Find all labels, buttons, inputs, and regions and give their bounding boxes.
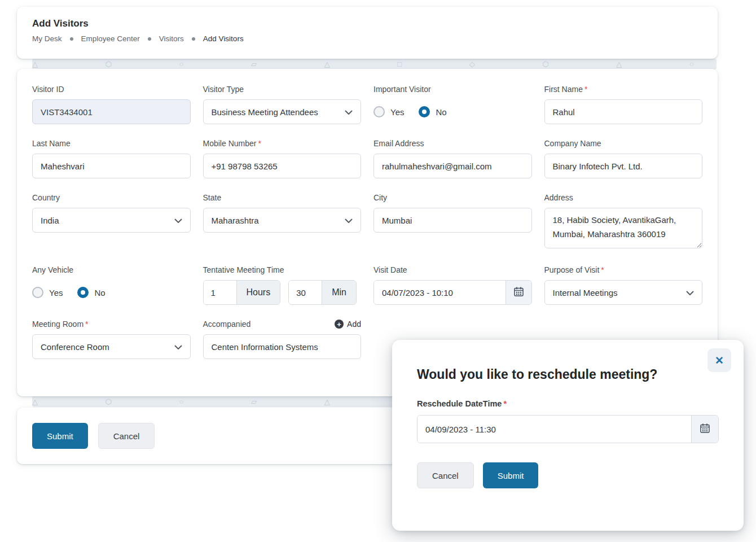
close-icon: ✕ [715,355,724,366]
breadcrumb-employee-center[interactable]: Employee Center [81,34,140,43]
visitor-type-select[interactable]: Business Meeting Attendees [203,99,362,124]
calendar-icon [700,423,710,435]
city-label: City [373,193,532,202]
address-textarea[interactable]: 18, Habib Society, AvantikaGarh, Mumbai,… [544,208,703,248]
country-select[interactable]: India [32,208,191,233]
visit-date-group [373,280,532,305]
chevron-down-icon [174,342,182,352]
required-asterisk: * [503,399,507,408]
email-address-field: Email Address [373,139,532,178]
visit-date-label: Visit Date [373,265,532,274]
important-visitor-field: Important Visitor Yes No [373,85,532,124]
any-vehicle-yes-radio[interactable] [32,287,43,298]
breadcrumb-my-desk[interactable]: My Desk [32,34,62,43]
any-vehicle-yes-label[interactable]: Yes [49,288,63,298]
page-header: Add Visitors My Desk Employee Center Vis… [17,7,718,59]
minutes-input[interactable] [289,281,322,304]
reschedule-datetime-input[interactable] [417,416,691,443]
email-address-label: Email Address [373,139,532,148]
breadcrumb-add-visitors: Add Visitors [203,34,244,43]
submit-button[interactable]: Submit [32,423,88,449]
tentative-meeting-time-label: Tentative Meeting Time [203,265,362,274]
city-field: City [373,193,532,251]
accompanied-field: Accompanied + Add [203,320,362,359]
mobile-number-label: Mobile Number* [203,139,362,148]
visitor-id-field: Visitor ID [32,85,191,124]
minutes-unit-label: Min [322,281,356,304]
important-visitor-yes-radio[interactable] [373,106,385,117]
reschedule-calendar-button[interactable] [691,416,718,443]
chevron-down-icon [345,216,353,225]
reschedule-modal: ✕ Would you like to reschedule meeting? … [392,340,744,531]
tentative-meeting-time-field: Tentative Meeting Time Hours Min [203,265,362,305]
last-name-input[interactable] [32,154,191,178]
company-name-label: Company Name [544,139,703,148]
modal-cancel-button[interactable]: Cancel [417,462,474,488]
any-vehicle-radio-group: Yes No [32,280,191,305]
state-value: Maharashtra [212,216,259,225]
cancel-button[interactable]: Cancel [98,423,155,449]
decorative-pattern-band: △ ⬡ ○ ▱ △ □ ◇ ⬡ △ ○ ▯ ◇ △ ⬡ ○ □ △ [32,59,717,69]
breadcrumb-visitors[interactable]: Visitors [159,34,184,43]
required-asterisk: * [258,139,261,148]
purpose-of-visit-select[interactable]: Internal Meetings [544,280,703,305]
chevron-down-icon [686,288,694,298]
any-vehicle-no-label[interactable]: No [94,288,105,298]
meeting-room-field: Meeting Room* Conference Room [32,320,191,359]
city-input[interactable] [373,208,532,233]
chevron-down-icon [174,216,182,225]
meeting-room-label: Meeting Room* [32,320,191,329]
hours-input[interactable] [204,281,236,304]
important-visitor-yes-label[interactable]: Yes [390,107,404,117]
important-visitor-label: Important Visitor [373,85,532,94]
visit-date-field: Visit Date [373,265,532,305]
mobile-number-field: Mobile Number* [203,139,362,178]
accompanied-label: Accompanied [203,320,251,329]
page-title: Add Visitors [32,18,702,29]
required-asterisk: * [601,265,604,274]
visitor-id-label: Visitor ID [32,85,191,94]
state-label: State [203,193,362,202]
visitor-id-input [32,99,191,124]
purpose-of-visit-field: Purpose of Visit* Internal Meetings [544,265,703,305]
reschedule-datetime-group [417,415,719,443]
company-name-input[interactable] [544,154,703,178]
minutes-group: Min [288,280,357,305]
important-visitor-no-radio[interactable] [419,106,430,117]
important-visitor-no-label[interactable]: No [436,107,446,117]
accompanied-add-button[interactable]: + Add [335,320,361,329]
visitor-type-field: Visitor Type Business Meeting Attendees [203,85,362,124]
any-vehicle-no-radio[interactable] [77,287,89,298]
visit-date-calendar-button[interactable] [506,281,531,304]
any-vehicle-field: Any Vehicle Yes No [32,265,191,305]
breadcrumb-separator-dot [148,37,151,41]
purpose-of-visit-value: Internal Meetings [553,288,618,298]
address-field: Address 18, Habib Society, AvantikaGarh,… [544,193,703,251]
visit-date-input[interactable] [374,281,506,304]
modal-title: Would you like to reschedule meeting? [417,367,719,382]
accompanied-input[interactable] [203,334,362,359]
address-label: Address [544,193,703,202]
last-name-label: Last Name [32,139,191,148]
breadcrumb-separator-dot [70,37,73,41]
state-select[interactable]: Maharashtra [203,208,362,233]
email-address-input[interactable] [373,154,532,178]
important-visitor-radio-group: Yes No [373,99,532,124]
modal-close-button[interactable]: ✕ [707,348,731,372]
last-name-field: Last Name [32,139,191,178]
state-field: State Maharashtra [203,193,362,251]
company-name-field: Company Name [544,139,703,178]
breadcrumb-separator-dot [192,37,195,41]
meeting-room-select[interactable]: Conference Room [32,334,191,359]
mobile-number-input[interactable] [203,154,362,178]
required-asterisk: * [584,85,587,94]
first-name-input[interactable] [544,99,703,124]
modal-submit-button[interactable]: Submit [483,462,539,488]
country-field: Country India [32,193,191,251]
accompanied-add-label: Add [347,320,361,329]
visitor-type-value: Business Meeting Attendees [212,107,318,117]
reschedule-datetime-label: Reschedule DateTime* [417,399,719,408]
required-asterisk: * [85,320,88,329]
calendar-icon [513,286,524,299]
first-name-field: First Name* [544,85,703,124]
